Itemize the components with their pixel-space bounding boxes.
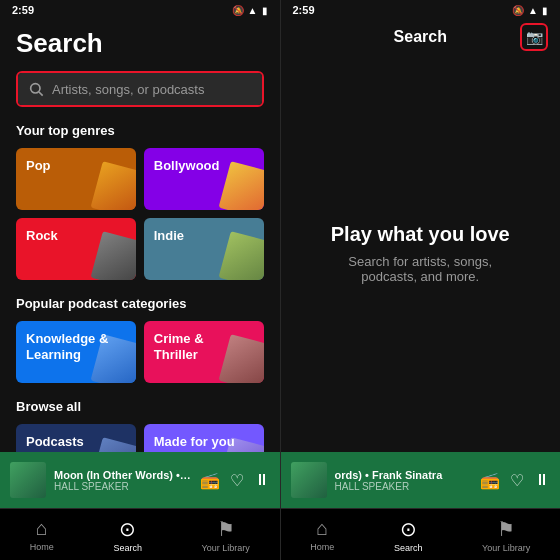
browse-all-grid: Podcasts Made for you xyxy=(16,424,264,452)
right-search-nav-icon: ⊙ xyxy=(400,517,417,541)
np-info: Moon (In Other Words) • Frank HALL SPEAK… xyxy=(54,469,192,492)
left-status-bar: 2:59 🔕 ▲ ▮ xyxy=(0,0,280,20)
right-np-actions: 📻 ♡ ⏸ xyxy=(480,471,550,490)
right-home-icon: ⌂ xyxy=(316,517,328,540)
nav-item-library[interactable]: ⚑ Your Library xyxy=(201,517,249,553)
left-content: Search Artists, songs, or podcasts Your … xyxy=(0,20,280,452)
right-nav-item-library[interactable]: ⚑ Your Library xyxy=(482,517,530,553)
right-panel: 2:59 🔕 ▲ ▮ Search 📷 Play what you love S… xyxy=(281,0,561,560)
nav-label-home: Home xyxy=(30,542,54,552)
genre-art-rock xyxy=(90,231,135,280)
np-heart-icon[interactable]: ♡ xyxy=(230,471,244,490)
genre-art-crime xyxy=(218,334,263,383)
left-status-time: 2:59 xyxy=(12,4,34,16)
right-header: Search 📷 xyxy=(281,20,561,54)
np-pause-icon[interactable]: ⏸ xyxy=(254,471,270,489)
svg-line-1 xyxy=(39,92,43,96)
browse-all-label: Browse all xyxy=(16,399,264,414)
genre-label-bollywood: Bollywood xyxy=(154,158,220,174)
right-battery-icon: ▮ xyxy=(542,5,548,16)
camera-button[interactable]: 📷 xyxy=(520,23,548,51)
np-title: Moon (In Other Words) • Frank xyxy=(54,469,192,481)
right-status-time: 2:59 xyxy=(293,4,315,16)
genre-card-knowledge[interactable]: Knowledge & Learning xyxy=(16,321,136,383)
right-status-bar: 2:59 🔕 ▲ ▮ xyxy=(281,0,561,20)
right-main-content: Play what you love Search for artists, s… xyxy=(281,54,561,452)
np-cast-icon[interactable]: 📻 xyxy=(200,471,220,490)
search-nav-icon: ⊙ xyxy=(119,517,136,541)
right-wifi-icon: ▲ xyxy=(528,5,538,16)
genre-art-podcasts xyxy=(90,437,135,452)
top-genres-grid: Pop Bollywood Rock Indie xyxy=(16,148,264,280)
search-bar[interactable]: Artists, songs, or podcasts xyxy=(18,73,262,105)
home-icon: ⌂ xyxy=(36,517,48,540)
right-header-title: Search xyxy=(394,28,447,46)
page-title: Search xyxy=(16,28,264,59)
left-bottom-nav: ⌂ Home ⊙ Search ⚑ Your Library xyxy=(0,508,280,560)
nav-item-search[interactable]: ⊙ Search xyxy=(113,517,142,553)
genre-label-podcasts: Podcasts xyxy=(26,434,84,450)
genre-card-indie[interactable]: Indie xyxy=(144,218,264,280)
right-nav-item-search[interactable]: ⊙ Search xyxy=(394,517,423,553)
genre-label-pop: Pop xyxy=(26,158,51,174)
search-placeholder-text: Artists, songs, or podcasts xyxy=(52,82,204,97)
right-np-pause-icon[interactable]: ⏸ xyxy=(534,471,550,489)
right-np-cast-icon[interactable]: 📻 xyxy=(480,471,500,490)
wifi-icon: ▲ xyxy=(248,5,258,16)
genre-art-indie xyxy=(218,231,263,280)
genre-art-bollywood xyxy=(218,161,263,210)
np-actions: 📻 ♡ ⏸ xyxy=(200,471,270,490)
genre-label-rock: Rock xyxy=(26,228,58,244)
left-panel: 2:59 🔕 ▲ ▮ Search Artists, songs, or pod… xyxy=(0,0,280,560)
top-genres-label: Your top genres xyxy=(16,123,264,138)
genre-label-knowledge: Knowledge & Learning xyxy=(26,331,108,362)
genre-label-madeforyou: Made for you xyxy=(154,434,235,450)
right-np-info: ords) • Frank Sinatra HALL SPEAKER xyxy=(335,469,473,492)
right-silent-icon: 🔕 xyxy=(512,5,524,16)
right-nav-label-library: Your Library xyxy=(482,543,530,553)
right-np-title: ords) • Frank Sinatra xyxy=(335,469,473,481)
genre-card-bollywood[interactable]: Bollywood xyxy=(144,148,264,210)
np-thumbnail xyxy=(10,462,46,498)
genre-label-indie: Indie xyxy=(154,228,184,244)
battery-icon: ▮ xyxy=(262,5,268,16)
right-nav-item-home[interactable]: ⌂ Home xyxy=(310,517,334,552)
nav-item-home[interactable]: ⌂ Home xyxy=(30,517,54,552)
left-status-icons: 🔕 ▲ ▮ xyxy=(232,5,268,16)
nav-label-library: Your Library xyxy=(201,543,249,553)
right-status-icons: 🔕 ▲ ▮ xyxy=(512,5,548,16)
right-main-title: Play what you love xyxy=(331,223,510,246)
genre-card-podcasts[interactable]: Podcasts xyxy=(16,424,136,452)
podcast-categories-grid: Knowledge & Learning Crime & Thriller xyxy=(16,321,264,383)
camera-icon: 📷 xyxy=(526,29,543,45)
search-bar-wrapper[interactable]: Artists, songs, or podcasts xyxy=(16,71,264,107)
right-library-icon: ⚑ xyxy=(497,517,515,541)
right-main-subtitle: Search for artists, songs, podcasts, and… xyxy=(320,254,520,284)
podcast-categories-label: Popular podcast categories xyxy=(16,296,264,311)
genre-card-crime[interactable]: Crime & Thriller xyxy=(144,321,264,383)
library-icon: ⚑ xyxy=(217,517,235,541)
silent-icon: 🔕 xyxy=(232,5,244,16)
right-nav-label-home: Home xyxy=(310,542,334,552)
right-np-thumbnail xyxy=(291,462,327,498)
genre-art-pop xyxy=(90,161,135,210)
right-now-playing-bar[interactable]: ords) • Frank Sinatra HALL SPEAKER 📻 ♡ ⏸ xyxy=(281,452,561,508)
now-playing-bar[interactable]: Moon (In Other Words) • Frank HALL SPEAK… xyxy=(0,452,280,508)
right-bottom-nav: ⌂ Home ⊙ Search ⚑ Your Library xyxy=(281,508,561,560)
right-nav-label-search: Search xyxy=(394,543,423,553)
search-icon xyxy=(28,81,44,97)
svg-point-0 xyxy=(31,84,40,93)
right-np-heart-icon[interactable]: ♡ xyxy=(510,471,524,490)
genre-label-crime: Crime & Thriller xyxy=(154,331,204,362)
genre-card-madeforyou[interactable]: Made for you xyxy=(144,424,264,452)
np-subtitle: HALL SPEAKER xyxy=(54,481,192,492)
genre-card-pop[interactable]: Pop xyxy=(16,148,136,210)
genre-card-rock[interactable]: Rock xyxy=(16,218,136,280)
nav-label-search: Search xyxy=(113,543,142,553)
right-np-subtitle: HALL SPEAKER xyxy=(335,481,473,492)
